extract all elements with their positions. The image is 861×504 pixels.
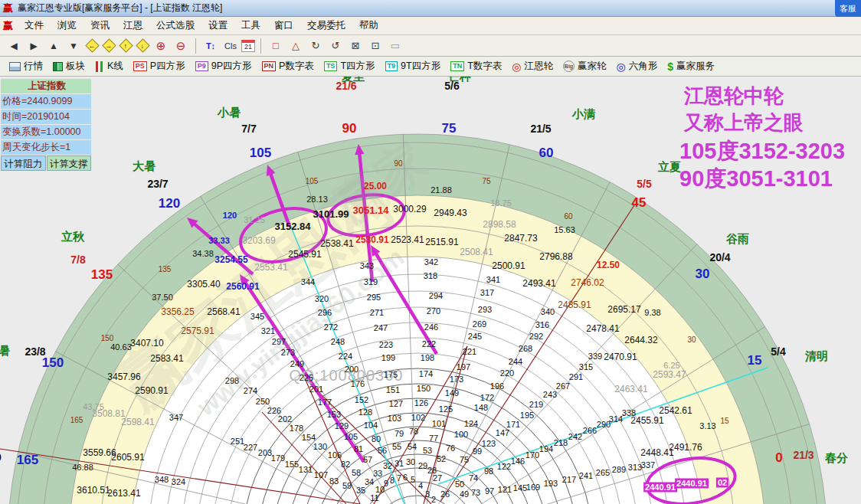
menu-item-工具[interactable]: 工具 [234,18,267,32]
pan-up-icon[interactable]: ↑ [118,38,133,54]
winner-service-button-label: 赢家服务 [676,60,715,73]
kline-button[interactable]: K线 [90,58,128,74]
app-window: 赢家江恩网www.yingjia360.com赢家小暑夏至芒种小满立夏谷雨清明春… [0,0,861,504]
calc-support-button[interactable]: 计算支撑 [47,155,92,171]
t-square-button[interactable]: TST四方形 [319,58,380,74]
toolbar-charts: 行情板块K线PSP四方形P99P四方形PNP数字表TST四方形T99T四方形TN… [0,57,861,77]
panel-value-row: 变换系数=1.00000 [1,125,91,139]
9p-square-button-icon: P9 [195,61,208,71]
panel-value-row: 周天变化步长=1 [1,140,91,155]
sectors-button-icon [53,62,63,71]
9p-square-button-label: 9P四方形 [211,60,252,73]
p-table-button-label: P数字表 [279,60,314,73]
winner-service-button[interactable]: $赢家服务 [663,58,719,74]
kline-button-label: K线 [107,60,123,73]
quotes-button[interactable]: 行情 [5,58,47,74]
window-title: 赢家江恩专业版[赢家服务平台] - [上证指数 江恩轮] [18,2,222,15]
menu-logo-icon: 赢 [3,19,13,33]
up-icon[interactable]: ▲ [44,38,63,54]
pan-down-icon[interactable]: ↓ [135,38,150,54]
p-table-button-icon: PN [262,61,277,71]
hexagon-button[interactable]: ◎六角形 [612,58,663,74]
quotes-button-icon [9,62,21,71]
gann-wheel-button-label: 江恩轮 [525,60,554,73]
hexagon-button-label: 六角形 [629,60,658,73]
9p-square-button[interactable]: P99P四方形 [191,58,257,74]
p-square-button-label: P四方形 [150,60,185,73]
menu-item-交易委托[interactable]: 交易委托 [300,18,352,32]
menu-item-浏览[interactable]: 浏览 [51,18,83,32]
down-icon[interactable]: ▼ [64,38,83,54]
toolbar-separator [195,38,196,54]
back-icon[interactable]: ◀ [5,38,23,54]
kline-button-icon [95,61,104,72]
index-info-panel: 上证指数 价格=2440.9099时间=20190104变换系数=1.00000… [1,79,91,171]
toolbar-main: ◀▶▲▼←→↑↓⊕⊖T↕Cls21□△↻↺⊠⊡▭ [0,35,861,57]
winner-service-button-icon: $ [667,61,673,73]
screen-icon[interactable]: ▭ [386,38,404,54]
sectors-button[interactable]: 板块 [48,58,90,74]
menu-item-公式选股[interactable]: 公式选股 [149,18,201,32]
callout-line: 江恩轮中轮 [684,86,784,106]
quotes-button-label: 行情 [24,60,43,73]
menu-item-文件[interactable]: 文件 [18,18,51,32]
menu-item-江恩[interactable]: 江恩 [116,18,149,32]
winner-wheel-button[interactable]: Big赢家轮 [558,58,611,74]
square-tool-icon[interactable]: □ [267,38,285,54]
p-square-button-icon: PS [133,61,147,71]
menu-bar: 赢 文件浏览资讯江恩公式选股设置工具窗口交易委托帮助 [0,17,861,35]
menu-item-窗口[interactable]: 窗口 [267,18,300,32]
zoom-in-icon[interactable]: ⊕ [152,38,170,54]
sectors-button-label: 板块 [66,60,85,73]
winner-wheel-button-label: 赢家轮 [578,60,607,73]
panel-value-row: 时间=20190104 [1,110,91,124]
t-table-button[interactable]: TNT数字表 [446,58,506,74]
9t-square-button-label: 9T四方形 [401,60,440,73]
gann-wheel-button-icon: ◎ [512,61,521,72]
sort-icon[interactable]: T↕ [201,38,220,54]
t-table-button-icon: TN [450,61,464,71]
customer-service-button[interactable]: 客服 [835,0,861,17]
calendar-icon[interactable]: 21 [241,40,255,52]
calc-resistance-button[interactable]: 计算阻力 [1,155,46,171]
index-name: 上证指数 [1,79,91,93]
panel-value-row: 价格=2440.9099 [1,94,91,109]
menu-item-帮助[interactable]: 帮助 [352,18,385,32]
t-table-button-label: T数字表 [467,60,502,73]
zoom-out-icon[interactable]: ⊖ [172,38,190,54]
gann-wheel-button[interactable]: ◎江恩轮 [507,58,558,74]
winner-wheel-button-icon: Big [563,61,575,72]
p-square-button[interactable]: PSP四方形 [129,58,190,74]
hexagon-button-icon: ◎ [617,61,626,72]
callout-line: 90度3051-3101 [679,168,833,190]
app-logo-icon: 赢 [3,2,13,15]
maximize-icon[interactable]: ⊠ [346,38,365,54]
pan-right-icon[interactable]: → [101,38,116,54]
9t-square-button-icon: T9 [385,61,398,71]
callout-line: 又称上帝之眼 [684,113,804,133]
toolbar-separator [260,38,261,54]
triangle-tool-icon[interactable]: △ [286,38,305,54]
title-bar: 赢 赢家江恩专业版[赢家服务平台] - [上证指数 江恩轮] [0,0,861,17]
rotate-ccw-icon[interactable]: ↺ [326,38,345,54]
pan-left-icon[interactable]: ← [84,38,100,54]
t-square-button-icon: TS [324,61,338,71]
p-table-button[interactable]: PNP数字表 [257,58,319,74]
cls-button[interactable]: Cls [221,38,240,54]
callout-line: 105度3152-3203 [679,140,845,162]
9t-square-button[interactable]: T99T四方形 [381,58,446,74]
menu-item-资讯[interactable]: 资讯 [83,18,116,32]
t-square-button-label: T四方形 [340,60,375,73]
forward-icon[interactable]: ▶ [25,38,43,54]
center-icon[interactable]: ⊡ [366,38,385,54]
menu-item-设置[interactable]: 设置 [201,18,234,32]
rotate-cw-icon[interactable]: ↻ [306,38,325,54]
